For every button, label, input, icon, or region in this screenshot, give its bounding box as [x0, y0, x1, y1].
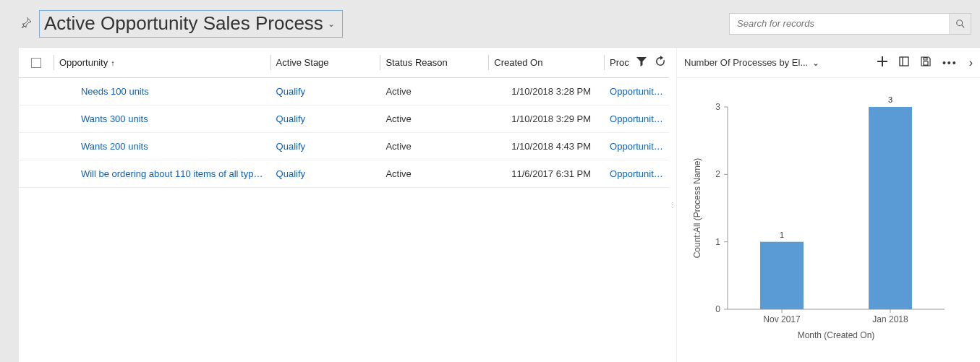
active-stage-link[interactable]: Qualify — [270, 141, 380, 152]
grip-icon: ⋮ — [669, 204, 676, 206]
expand-icon[interactable] — [899, 56, 909, 69]
status-cell: Active — [380, 168, 488, 179]
filter-icon[interactable] — [636, 56, 647, 70]
active-stage-link[interactable]: Qualify — [270, 168, 380, 179]
select-all-checkbox[interactable] — [31, 58, 41, 68]
created-on-cell: 11/6/2017 6:31 PM — [488, 168, 604, 179]
table-row[interactable]: Wants 300 units Qualify Active 1/10/2018… — [19, 105, 669, 133]
select-all-column — [19, 48, 54, 77]
add-chart-icon[interactable] — [877, 56, 887, 69]
chart-body: 01231Nov 20173Jan 2018Month (Created On)… — [677, 78, 980, 353]
grid-header: Opportunity↑ Active Stage Status Reason … — [19, 48, 669, 78]
table-row[interactable]: Will be ordering about 110 items of all … — [19, 160, 669, 188]
opportunity-link[interactable]: Wants 200 units — [75, 141, 270, 152]
svg-text:1: 1 — [780, 230, 784, 239]
column-label: Active Stage — [276, 57, 329, 68]
status-cell: Active — [380, 113, 488, 124]
opportunity-link[interactable]: Will be ordering about 110 items of all … — [75, 168, 270, 179]
column-label: Status Reason — [385, 57, 447, 68]
chart-selector[interactable]: Number Of Processes by El... ⌄ — [684, 57, 819, 68]
status-cell: Active — [380, 141, 488, 152]
save-icon[interactable] — [921, 56, 931, 69]
column-header-opportunity[interactable]: Opportunity↑ — [54, 48, 270, 77]
process-link[interactable]: Opportunity Sa — [604, 86, 669, 97]
created-on-cell: 1/10/2018 4:43 PM — [488, 141, 604, 152]
column-header-active-stage[interactable]: Active Stage — [270, 48, 380, 77]
svg-text:Nov 2017: Nov 2017 — [763, 314, 801, 324]
bar-chart[interactable]: 01231Nov 20173Jan 2018Month (Created On)… — [684, 92, 973, 353]
chart-title-label: Number Of Processes by El... — [684, 57, 808, 68]
svg-text:2: 2 — [715, 169, 720, 179]
svg-text:Jan 2018: Jan 2018 — [872, 314, 908, 324]
process-link[interactable]: Opportunity Sa — [604, 113, 669, 124]
svg-text:1: 1 — [715, 237, 720, 247]
top-bar: Active Opportunity Sales Process ⌄ — [0, 0, 980, 47]
svg-text:0: 0 — [715, 304, 720, 314]
active-stage-link[interactable]: Qualify — [270, 86, 380, 97]
process-link[interactable]: Opportunity Sa — [604, 141, 669, 152]
collapse-chart-icon[interactable]: › — [969, 56, 973, 69]
search-box — [729, 13, 971, 35]
created-on-cell: 1/10/2018 3:29 PM — [488, 113, 604, 124]
chevron-down-icon: ⌄ — [812, 58, 819, 68]
column-label: Created On — [494, 57, 542, 68]
view-selector[interactable]: Active Opportunity Sales Process ⌄ — [39, 10, 343, 38]
chart-tools: ••• › — [877, 56, 973, 69]
more-icon[interactable]: ••• — [942, 57, 958, 69]
column-header-status-reason[interactable]: Status Reason — [380, 48, 488, 77]
column-label: Opportunity — [59, 57, 108, 68]
chart-panel: Number Of Processes by El... ⌄ ••• › 012… — [676, 47, 980, 362]
svg-text:3: 3 — [888, 95, 892, 104]
content-area: Opportunity↑ Active Stage Status Reason … — [0, 47, 980, 362]
splitter-handle[interactable]: ⋮ — [669, 47, 676, 362]
chevron-down-icon: ⌄ — [328, 19, 335, 29]
svg-text:Month (Created On): Month (Created On) — [798, 330, 875, 340]
chart-header: Number Of Processes by El... ⌄ ••• › — [677, 48, 980, 78]
search-button[interactable] — [949, 14, 971, 34]
grid-panel: Opportunity↑ Active Stage Status Reason … — [19, 47, 669, 362]
opportunity-link[interactable]: Wants 300 units — [75, 113, 270, 124]
svg-text:Count:All (Process Name): Count:All (Process Name) — [692, 158, 702, 259]
created-on-cell: 1/10/2018 3:28 PM — [488, 86, 604, 97]
svg-rect-18 — [869, 107, 912, 309]
search-input[interactable] — [730, 18, 949, 29]
opportunity-link[interactable]: Needs 100 units — [75, 86, 270, 97]
column-header-created-on[interactable]: Created On — [488, 48, 604, 77]
pin-icon[interactable] — [20, 17, 32, 31]
status-cell: Active — [380, 86, 488, 97]
refresh-icon[interactable] — [655, 56, 666, 70]
search-icon — [955, 19, 966, 29]
table-row[interactable]: Wants 200 units Qualify Active 1/10/2018… — [19, 133, 669, 160]
svg-text:3: 3 — [715, 102, 720, 112]
process-link[interactable]: Opportunity Sa — [604, 168, 669, 179]
sort-ascending-icon: ↑ — [111, 59, 115, 67]
table-row[interactable]: Needs 100 units Qualify Active 1/10/2018… — [19, 78, 669, 105]
svg-point-0 — [956, 20, 962, 25]
active-stage-link[interactable]: Qualify — [270, 113, 380, 124]
svg-rect-14 — [760, 242, 804, 309]
column-label: Proc — [610, 57, 629, 68]
grid-header-tools — [636, 56, 666, 70]
view-title: Active Opportunity Sales Process — [44, 12, 323, 35]
svg-line-1 — [961, 25, 964, 27]
svg-rect-2 — [900, 57, 908, 66]
